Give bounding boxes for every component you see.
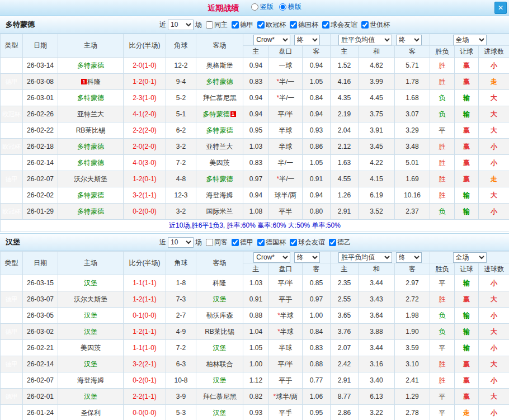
- result: 负: [430, 204, 455, 220]
- odds-away: 0.94: [303, 106, 331, 122]
- filter-checkbox-input[interactable]: [322, 21, 329, 29]
- team-label: 沃尔夫斯堡: [74, 175, 107, 183]
- odds-handicap: *半/一: [269, 90, 303, 106]
- team-label: RB莱比锡: [76, 126, 106, 134]
- page-title: 近期战绩: [208, 3, 239, 12]
- avg-draw: 3.88: [359, 324, 395, 340]
- avg-final-select[interactable]: 终: [396, 35, 422, 45]
- corners: 5-3: [166, 405, 196, 420]
- view-radio-1[interactable]: 横版: [276, 2, 301, 12]
- sub-avg-draw: 和: [359, 263, 395, 275]
- avg-home: 2.07: [331, 340, 359, 356]
- home-team: 沃尔夫斯堡: [58, 171, 124, 187]
- match-row: 德甲26-02-07海登海姆0-2(0-1)10-8汉堡1.12平手0.772.…: [1, 372, 509, 389]
- filter-checkbox-0-1[interactable]: 德甲: [232, 20, 253, 30]
- league-badge: 欧冠杯: [1, 106, 23, 122]
- col-home: 主场: [58, 34, 124, 58]
- score: 1-1(1-0): [124, 340, 166, 356]
- filter-checkbox-0-3[interactable]: 德国杯: [290, 20, 318, 30]
- corners: 7-2: [166, 340, 196, 356]
- scope-select[interactable]: 全场: [453, 35, 487, 45]
- league-badge: 德甲: [1, 291, 23, 308]
- handicap-result: 输: [455, 106, 479, 122]
- near-count-select[interactable]: 10: [168, 20, 194, 30]
- table-head: 类型 日期 主场 比分(半场) 角球 客场 Crow* 终 胜平负均值 终: [1, 34, 509, 58]
- corners: 1-8: [166, 275, 196, 291]
- league-badge: 德甲: [1, 324, 23, 340]
- avg-final-select[interactable]: 终: [396, 252, 422, 263]
- near-unit: 场: [195, 238, 202, 247]
- view-radio-0[interactable]: 竖版: [248, 2, 274, 12]
- away-team: 海登海姆: [196, 187, 243, 204]
- close-button[interactable]: ✕: [494, 2, 507, 14]
- sub-result: 胜负: [430, 46, 455, 58]
- bookmaker-select[interactable]: Crow*: [253, 252, 290, 263]
- odds-final-select[interactable]: 终: [294, 35, 320, 45]
- match-date: 26-03-05: [23, 308, 58, 324]
- handicap-result: 赢: [455, 356, 479, 372]
- odds-away: 1.05: [303, 155, 331, 171]
- filter-checkbox-1-4[interactable]: 德乙: [329, 238, 351, 247]
- titlebar: 近期战绩 竖版横版 ✕: [0, 0, 509, 16]
- avg-away: 2.97: [395, 275, 430, 291]
- match-date: 26-03-14: [23, 58, 58, 74]
- filter-checkbox-input[interactable]: [257, 21, 265, 29]
- team-name: 多特蒙德: [6, 20, 159, 30]
- filter-checkbox-input[interactable]: [290, 21, 297, 29]
- filter-checkbox-1-1[interactable]: 德甲: [232, 238, 253, 247]
- team-label: 多特蒙德: [77, 207, 104, 215]
- corners: 2-7: [166, 308, 196, 324]
- result: 负: [430, 106, 455, 122]
- odds-away: 1.00: [303, 308, 331, 324]
- filter-checkbox-input[interactable]: [257, 239, 265, 246]
- filter-checkbox-input[interactable]: [232, 239, 239, 246]
- view-radio-input-0[interactable]: [251, 3, 258, 11]
- odds-final-select[interactable]: 终: [294, 252, 320, 263]
- filters-bar: 近 10 场 同客德甲德国杯球会友谊德乙: [159, 237, 351, 248]
- filter-checkbox-input[interactable]: [361, 21, 369, 29]
- odds-handicap: 球半/两: [269, 187, 303, 204]
- team-label: 勒沃库森: [206, 312, 233, 319]
- avg-select[interactable]: 胜平负均值: [338, 35, 392, 45]
- filter-checkbox-0-2[interactable]: 欧冠杯: [257, 20, 286, 30]
- avg-home: 4.16: [331, 74, 359, 90]
- score: 0-0(0-0): [124, 405, 166, 420]
- avg-draw: 3.44: [359, 275, 395, 291]
- filter-checkbox-input[interactable]: [206, 21, 213, 29]
- team-label: 圣保利: [81, 409, 101, 417]
- filter-checkbox-0-5[interactable]: 世俱杯: [361, 20, 390, 30]
- match-row: 德甲26-01-24圣保利0-0(0-0)5-3汉堡0.93平手0.952.86…: [1, 405, 509, 420]
- odds-away: 0.84: [303, 90, 331, 106]
- filter-checkbox-1-0[interactable]: 同客: [206, 238, 228, 247]
- filter-checkbox-0-4[interactable]: 球会友谊: [322, 20, 357, 30]
- col-date: 日期: [23, 252, 58, 275]
- view-radios: 竖版横版: [246, 2, 301, 12]
- near-count-select[interactable]: 10: [168, 237, 194, 248]
- away-team: RB莱比锡: [196, 324, 243, 340]
- home-team: 汉堡: [58, 324, 124, 340]
- filter-checkbox-input[interactable]: [232, 21, 239, 29]
- view-radio-input-1[interactable]: [279, 3, 286, 11]
- avg-away: 3.59: [395, 340, 430, 356]
- avg-away: 5.01: [395, 155, 430, 171]
- avg-away: 10.16: [395, 187, 430, 204]
- filter-checkbox-input[interactable]: [329, 239, 336, 246]
- match-date: 26-02-07: [23, 372, 58, 389]
- home-team: 多特蒙德: [58, 155, 124, 171]
- avg-away: 1.78: [395, 74, 430, 90]
- home-team: 多特蒙德: [58, 58, 124, 74]
- avg-select[interactable]: 胜平负均值: [338, 252, 392, 263]
- handicap-result: 输: [455, 324, 479, 340]
- odds-home: 1.03: [243, 139, 269, 155]
- away-team: 多特蒙德: [196, 171, 243, 187]
- scope-select[interactable]: 全场: [453, 252, 487, 263]
- team-section: 多特蒙德 近 10 场 同主德甲欧冠杯德国杯球会友谊世俱杯 类型 日期 主场: [0, 16, 509, 232]
- filter-checkbox-1-3[interactable]: 球会友谊: [290, 238, 325, 247]
- filter-checkbox-input[interactable]: [206, 239, 213, 246]
- bookmaker-select[interactable]: Crow*: [253, 35, 290, 45]
- sub-handicap-result: 让球: [455, 46, 479, 58]
- filter-checkbox-0-0[interactable]: 同主: [206, 20, 228, 30]
- avg-draw: 4.15: [359, 171, 395, 187]
- filter-checkbox-input[interactable]: [290, 239, 297, 246]
- filter-checkbox-1-2[interactable]: 德国杯: [257, 238, 286, 247]
